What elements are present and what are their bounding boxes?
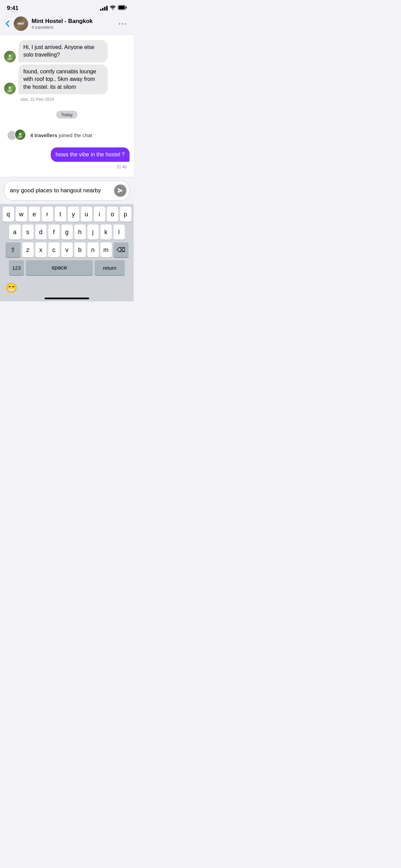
status-icons xyxy=(100,5,127,11)
key-u[interactable]: u xyxy=(81,207,92,222)
keyboard-row-1: q w e r t y u i o p xyxy=(1,207,132,222)
system-avatars xyxy=(7,129,26,142)
keyboard-row-4: 123 space return xyxy=(1,260,132,275)
shift-key[interactable]: ⇧ xyxy=(5,242,21,257)
key-r[interactable]: r xyxy=(42,207,53,222)
message-timestamp: ulas, 21-Feb-2024 xyxy=(21,97,130,102)
key-b[interactable]: b xyxy=(74,242,86,257)
input-area xyxy=(0,177,134,204)
key-y[interactable]: y xyxy=(68,207,79,222)
key-q[interactable]: q xyxy=(3,207,14,222)
key-k[interactable]: k xyxy=(100,225,112,240)
keyboard: q w e r t y u i o p a s d f g h j k l ⇧ … xyxy=(0,204,134,279)
message-group-1: Hi, I just arrived. Anyone else solo tra… xyxy=(4,40,130,62)
shift-icon: ⇧ xyxy=(10,246,15,254)
home-bar xyxy=(45,298,89,299)
svg-point-8 xyxy=(19,133,21,135)
bubble-text-outgoing: hows the vibe in the hostel ? xyxy=(56,152,125,157)
wifi-icon xyxy=(110,5,116,11)
bubble-text-2: found, comfy cannabis lounge with roof t… xyxy=(23,69,96,90)
date-pill: Today xyxy=(56,111,78,119)
bubble-outgoing: hows the vibe in the hostel ? xyxy=(51,147,130,162)
status-time: 9:41 xyxy=(7,5,19,12)
avatar-img-2 xyxy=(4,83,16,94)
key-j[interactable]: j xyxy=(87,225,99,240)
more-button[interactable]: ··· xyxy=(117,18,128,29)
svg-point-0 xyxy=(112,9,113,10)
nav-center: MINT Mint Hostel - Bangkok 4 travellers xyxy=(14,16,117,31)
key-z[interactable]: z xyxy=(22,242,34,257)
chat-area: Hi, I just arrived. Anyone else solo tra… xyxy=(0,35,134,177)
key-e[interactable]: e xyxy=(29,207,40,222)
key-l[interactable]: l xyxy=(113,225,125,240)
system-text-bold: 4 travellers xyxy=(30,132,57,138)
key-d[interactable]: d xyxy=(35,225,47,240)
space-key[interactable]: space xyxy=(26,260,93,275)
key-w[interactable]: w xyxy=(16,207,27,222)
delete-icon: ⌫ xyxy=(117,246,125,254)
delete-key[interactable]: ⌫ xyxy=(113,242,129,257)
keyboard-row-3: ⇧ z x c v b n m ⌫ xyxy=(1,242,132,257)
status-bar: 9:41 xyxy=(0,0,134,14)
key-p[interactable]: p xyxy=(120,207,131,222)
key-a[interactable]: a xyxy=(9,225,21,240)
nav-subtitle: 4 travellers xyxy=(32,25,93,30)
sender-avatar-2 xyxy=(4,83,16,94)
key-h[interactable]: h xyxy=(74,225,86,240)
emoji-button[interactable]: 😁 xyxy=(5,282,17,293)
nav-title: Mint Hostel - Bangkok xyxy=(32,18,93,25)
message-group-2: found, comfy cannabis lounge with roof t… xyxy=(4,64,130,94)
send-button[interactable] xyxy=(114,184,126,197)
home-indicator xyxy=(0,295,134,301)
svg-point-6 xyxy=(9,86,11,89)
nav-header: MINT Mint Hostel - Bangkok 4 travellers … xyxy=(0,14,134,35)
svg-rect-3 xyxy=(119,6,125,9)
message-input[interactable] xyxy=(10,187,111,194)
return-key[interactable]: return xyxy=(95,260,125,275)
battery-icon xyxy=(118,5,127,11)
nav-title-group: Mint Hostel - Bangkok 4 travellers xyxy=(32,18,93,30)
key-i[interactable]: i xyxy=(94,207,105,222)
key-m[interactable]: m xyxy=(100,242,112,257)
keyboard-row-2: a s d f g h j k l xyxy=(1,225,132,240)
key-g[interactable]: g xyxy=(61,225,73,240)
avatar-text: MINT xyxy=(17,22,24,25)
key-f[interactable]: f xyxy=(48,225,60,240)
key-t[interactable]: t xyxy=(55,207,66,222)
date-divider: Today xyxy=(4,111,130,119)
sender-avatar-1 xyxy=(4,51,16,62)
svg-point-4 xyxy=(9,55,11,57)
numbers-key[interactable]: 123 xyxy=(9,260,24,275)
key-o[interactable]: o xyxy=(107,207,118,222)
svg-point-5 xyxy=(8,58,12,60)
input-row xyxy=(4,181,130,201)
system-avatar-2 xyxy=(14,129,26,141)
key-n[interactable]: n xyxy=(87,242,99,257)
key-x[interactable]: x xyxy=(35,242,47,257)
hostel-avatar: MINT xyxy=(14,16,28,31)
svg-rect-2 xyxy=(126,7,127,9)
back-button[interactable] xyxy=(3,19,12,28)
signal-icon xyxy=(100,6,108,11)
bubble-1: Hi, I just arrived. Anyone else solo tra… xyxy=(19,40,108,62)
key-s[interactable]: s xyxy=(22,225,34,240)
bottom-bar: 😁 xyxy=(0,279,134,295)
avatar-img-1 xyxy=(4,51,16,62)
system-message: 4 travellers joined the chat xyxy=(7,129,127,142)
key-v[interactable]: v xyxy=(61,242,73,257)
svg-point-9 xyxy=(18,136,23,138)
outgoing-timestamp: 21:40 xyxy=(4,165,127,169)
svg-point-7 xyxy=(8,89,12,92)
system-text: 4 travellers joined the chat xyxy=(30,132,92,138)
system-text-rest: joined the chat xyxy=(57,132,92,138)
key-c[interactable]: c xyxy=(48,242,60,257)
bubble-2: found, comfy cannabis lounge with roof t… xyxy=(19,64,108,94)
bubble-text-1: Hi, I just arrived. Anyone else solo tra… xyxy=(23,44,94,58)
message-group-outgoing: hows the vibe in the hostel ? xyxy=(4,147,130,162)
